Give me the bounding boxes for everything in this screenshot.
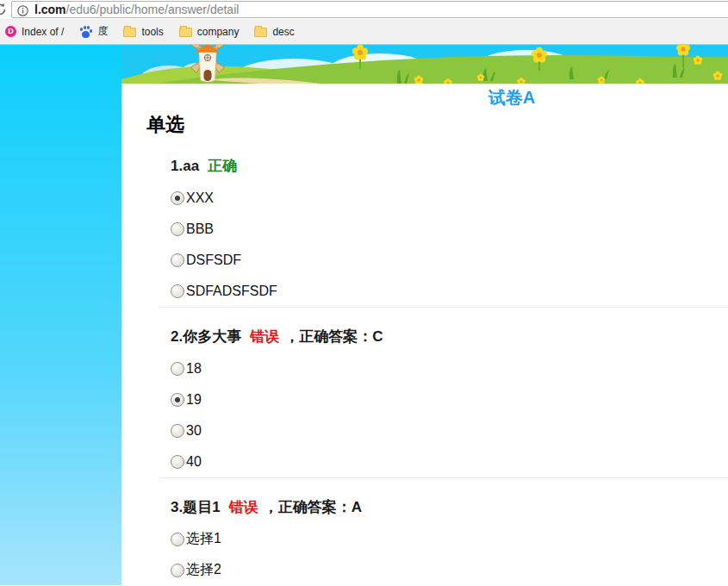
option-label: XXX <box>186 190 214 206</box>
question-number: 1. <box>171 158 183 174</box>
verdict-badge: 错误 <box>250 328 279 345</box>
option-label: SDFADSFSDF <box>186 284 277 299</box>
url-host: l.com <box>34 3 66 16</box>
radio-button[interactable] <box>171 455 184 469</box>
folder-icon <box>123 28 136 37</box>
question-text: 题目1 <box>183 499 220 515</box>
browser-toolbar: l.com/edu6/public/home/answer/detail <box>0 0 728 19</box>
option-row: SDFADSFSDF <box>171 284 728 298</box>
option-label: 18 <box>186 361 202 377</box>
radio-button[interactable] <box>171 533 184 546</box>
bookmark-item[interactable]: tools <box>123 26 163 38</box>
option-row: 选择1 <box>171 532 728 546</box>
option-row: DSFSDF <box>171 252 728 267</box>
option-label: 19 <box>186 392 202 408</box>
radio-button[interactable] <box>171 284 184 298</box>
bookmark-item[interactable]: 度 <box>79 24 108 39</box>
address-bar[interactable]: l.com/edu6/public/home/answer/detail <box>11 1 728 18</box>
radio-button[interactable] <box>171 253 184 267</box>
option-row: 40 <box>171 454 728 469</box>
page-background: 试卷A 单选 1.aa正确 XXX <box>0 45 728 585</box>
bookmark-label: Index of / <box>22 26 64 38</box>
verdict-badge: 错误 <box>229 499 258 515</box>
option-label: 30 <box>186 423 202 439</box>
question-title: 1.aa正确 <box>171 158 728 175</box>
option-row: 18 <box>171 361 728 376</box>
exam-paper: 试卷A 单选 1.aa正确 XXX <box>121 84 728 585</box>
question-divider <box>160 477 728 478</box>
question-title: 3.题目1错误，正确答案：A <box>171 499 728 516</box>
option-label: BBB <box>186 221 214 237</box>
option-row: 30 <box>171 423 728 438</box>
options-group: 选择1 选择2 <box>171 532 728 577</box>
section-heading: 单选 <box>146 114 728 136</box>
radio-button[interactable] <box>171 362 184 376</box>
option-label: 40 <box>186 454 202 470</box>
content-container: 试卷A 单选 1.aa正确 XXX <box>121 45 728 585</box>
folder-icon <box>254 28 267 37</box>
question-list: 1.aa正确 XXX BBB <box>171 158 728 585</box>
bookmark-item[interactable]: desc <box>254 26 294 38</box>
verdict-badge: 正确 <box>208 158 237 174</box>
url-path: /edu6/public/home/answer/detail <box>66 3 240 16</box>
radio-button[interactable] <box>171 424 184 438</box>
bookmark-label: company <box>197 26 240 38</box>
page-info-icon[interactable] <box>17 4 28 16</box>
bookmark-label: tools <box>141 26 163 38</box>
correct-answer-text: ，正确答案：A <box>264 499 362 515</box>
question-number: 2. <box>171 328 183 345</box>
correct-answer-text: ，正确答案：C <box>284 328 383 345</box>
folder-icon <box>179 28 192 37</box>
options-group: 18 19 30 <box>171 361 728 469</box>
options-group: XXX BBB DSFSDF <box>171 190 728 298</box>
banner-illustration <box>121 45 728 84</box>
question-block: 2.你多大事错误，正确答案：C 18 <box>171 328 728 478</box>
option-label: 选择2 <box>186 561 221 579</box>
bookmark-item[interactable]: D Index of / <box>5 26 64 38</box>
page-title: 试卷A <box>121 87 728 108</box>
bookmarks-bar: D Index of / 度 tools company desc <box>0 19 728 45</box>
radio-button[interactable] <box>171 222 184 236</box>
url-text[interactable]: l.com/edu6/public/home/answer/detail <box>34 3 239 16</box>
option-row: BBB <box>171 221 728 236</box>
bookmark-item[interactable]: company <box>179 26 240 38</box>
option-row: 选择2 <box>171 563 728 577</box>
refresh-icon[interactable] <box>0 2 8 17</box>
option-label: DSFSDF <box>186 252 241 268</box>
question-title: 2.你多大事错误，正确答案：C <box>171 328 728 346</box>
option-row: XXX <box>171 190 728 205</box>
baidu-paw-icon <box>79 26 92 38</box>
radio-button[interactable] <box>171 191 184 205</box>
bookmark-label: 度 <box>97 24 108 39</box>
question-text: aa <box>183 158 199 174</box>
bookmark-label: desc <box>272 26 294 38</box>
question-text: 你多大事 <box>183 328 241 345</box>
site-pink-icon: D <box>5 26 16 37</box>
question-block: 1.aa正确 XXX BBB <box>171 158 728 308</box>
option-row: 19 <box>171 392 728 407</box>
question-block: 3.题目1错误，正确答案：A 选择1 <box>171 499 728 585</box>
question-divider <box>160 307 728 308</box>
radio-button[interactable] <box>171 393 184 407</box>
option-label: 选择1 <box>186 530 221 548</box>
radio-button[interactable] <box>171 564 184 577</box>
question-number: 3. <box>171 499 183 515</box>
